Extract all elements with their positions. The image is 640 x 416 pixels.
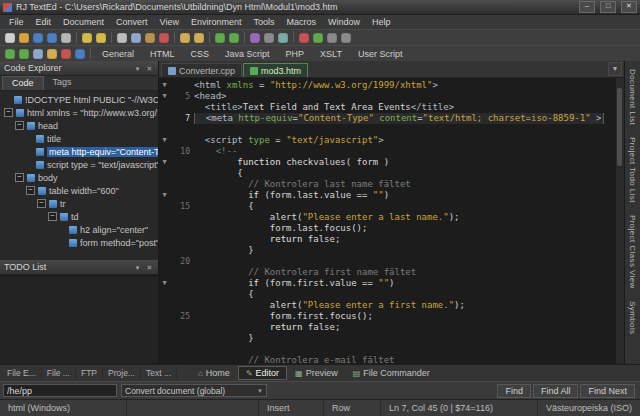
spell-check-icon[interactable] [215, 33, 225, 43]
panel-close-icon[interactable]: ✕ [145, 64, 154, 73]
tree-item[interactable]: −td [0, 210, 158, 223]
new-file-icon[interactable] [5, 33, 15, 43]
code-line[interactable]: return false; [159, 234, 624, 245]
convert-dropdown[interactable]: Convert document (global) ▼ [121, 384, 267, 397]
docked-tab[interactable]: FTP [76, 367, 103, 379]
options-icon[interactable] [278, 33, 288, 43]
code-line[interactable]: ▼ if (form.last.value == "") [159, 190, 624, 201]
right-tab-project-class-view[interactable]: Project Class View [628, 215, 637, 289]
fullscreen-icon[interactable] [341, 33, 351, 43]
tree-item[interactable]: title [0, 132, 158, 145]
menu-view[interactable]: View [154, 17, 185, 27]
print-icon[interactable] [61, 33, 71, 43]
document-tab-mod3-htm[interactable]: mod3.htm [243, 63, 308, 77]
tab-list-dropdown-icon[interactable]: ▼ [608, 62, 622, 76]
code-line[interactable]: 25 form.first.focus(); [159, 311, 624, 322]
code-line-text[interactable]: form.first.focus(); [194, 311, 624, 322]
docked-tab[interactable]: Text ... [141, 367, 177, 379]
code-line[interactable]: 15 { [159, 201, 624, 212]
macro-play-icon[interactable] [313, 33, 323, 43]
tree-item[interactable]: h2 align="center" [0, 223, 158, 236]
code-line-text[interactable]: { [194, 289, 624, 300]
code-line[interactable]: ▼<html xmlns = "http://www.w3.org/1999/x… [159, 80, 624, 91]
show-symbols-icon[interactable] [33, 49, 43, 59]
code-line[interactable]: ▼ if (form.first.value == "") [159, 278, 624, 289]
code-line[interactable]: { [159, 168, 624, 179]
code-line-text[interactable]: <meta http-equiv="Content-Type" content=… [194, 113, 624, 124]
lang-tab-xslt[interactable]: XSLT [313, 48, 349, 60]
docked-tab[interactable]: File E... [2, 367, 42, 379]
view-tab-preview[interactable]: ▦Preview [288, 366, 345, 380]
cut-icon[interactable] [117, 33, 127, 43]
code-line[interactable]: } [159, 245, 624, 256]
validate-icon[interactable] [61, 49, 71, 59]
code-line[interactable] [159, 344, 624, 355]
tree-item[interactable]: −body [0, 171, 158, 184]
code-line[interactable]: <title>Text Field and Text Area Events</… [159, 102, 624, 113]
code-line-text[interactable]: alert("Please enter a first name."); [194, 300, 624, 311]
tree-item[interactable]: script type = "text/javascript" [0, 158, 158, 171]
code-line-text[interactable]: { [194, 201, 624, 212]
menu-tools[interactable]: Tools [247, 17, 280, 27]
code-line[interactable]: return false; [159, 322, 624, 333]
collapse-icon[interactable]: − [37, 199, 46, 208]
menu-macros[interactable]: Macros [280, 17, 322, 27]
fold-marker-icon[interactable]: ▼ [159, 190, 170, 201]
right-tab-document-list[interactable]: Document List [628, 69, 637, 125]
tree-item[interactable]: −table width="600" [0, 184, 158, 197]
tree-item[interactable]: form method="post" [0, 236, 158, 249]
todo-list-body[interactable] [0, 275, 158, 364]
lang-tab-general[interactable]: General [95, 48, 141, 60]
code-line[interactable]: // Kontrolera last name fältet [159, 179, 624, 190]
collapse-icon[interactable]: − [4, 108, 13, 117]
browser-preview-icon[interactable] [75, 49, 85, 59]
menu-edit[interactable]: Edit [30, 17, 58, 27]
code-line-text[interactable] [194, 124, 624, 135]
code-line[interactable]: // Kontrolera e-mail fältet [159, 355, 624, 364]
code-line-text[interactable]: alert("Please enter a last name."); [194, 212, 624, 223]
code-line[interactable]: ▼5<head> [159, 91, 624, 102]
redo-icon[interactable] [96, 33, 106, 43]
find-next-button[interactable]: Find Next [580, 384, 635, 398]
highlight-icon[interactable] [47, 49, 57, 59]
panel-close-icon[interactable]: ✕ [145, 263, 154, 272]
panel-menu-icon[interactable]: ▾ [133, 64, 142, 73]
menu-help[interactable]: Help [366, 17, 397, 27]
fold-marker-icon[interactable]: ▼ [159, 91, 170, 102]
find-all-button[interactable]: Find All [533, 384, 579, 398]
code-line-text[interactable]: } [194, 245, 624, 256]
copy-icon[interactable] [131, 33, 141, 43]
code-line-text[interactable]: <html xmlns = "http://www.w3.org/1999/xh… [194, 80, 624, 91]
syntax-check-icon[interactable] [229, 33, 239, 43]
maximize-button[interactable]: □ [600, 1, 616, 13]
code-line-text[interactable]: { [194, 168, 624, 179]
code-line-text[interactable]: return false; [194, 234, 624, 245]
code-line-text[interactable]: function checkvalues( form ) [194, 157, 624, 168]
tree-item[interactable]: −head [0, 119, 158, 132]
sync-scroll-icon[interactable] [5, 49, 15, 59]
char-map-icon[interactable] [264, 33, 274, 43]
save-icon[interactable] [33, 33, 43, 43]
code-line[interactable]: ▼ <script type = "text/javascript"> [159, 135, 624, 146]
tree-item[interactable]: −tr [0, 197, 158, 210]
docked-tab[interactable]: Proje... [103, 367, 141, 379]
delete-icon[interactable] [159, 33, 169, 43]
tree-item[interactable]: meta http-equiv="Content-Type" [0, 145, 158, 158]
menu-document[interactable]: Document [57, 17, 110, 27]
find-button[interactable]: Find [497, 384, 531, 398]
minimize-button[interactable]: – [579, 1, 595, 13]
tree-item[interactable]: −html xmlns = "http://www.w3.org/1999/xh [0, 106, 158, 119]
open-file-icon[interactable] [19, 33, 29, 43]
undo-icon[interactable] [82, 33, 92, 43]
menu-window[interactable]: Window [322, 17, 366, 27]
code-line[interactable]: 20 [159, 256, 624, 267]
code-line-text[interactable] [194, 344, 624, 355]
collapse-icon[interactable]: − [15, 173, 24, 182]
code-line-text[interactable]: if (form.last.value == "") [194, 190, 624, 201]
code-line[interactable]: form.last.focus(); [159, 223, 624, 234]
code-line-text[interactable]: form.last.focus(); [194, 223, 624, 234]
fold-marker-icon[interactable]: ▼ [159, 157, 170, 168]
explorer-tab-code[interactable]: Code [2, 76, 44, 90]
code-line-text[interactable]: // Kontrolera first name fältet [194, 267, 624, 278]
word-wrap-icon[interactable] [19, 49, 29, 59]
